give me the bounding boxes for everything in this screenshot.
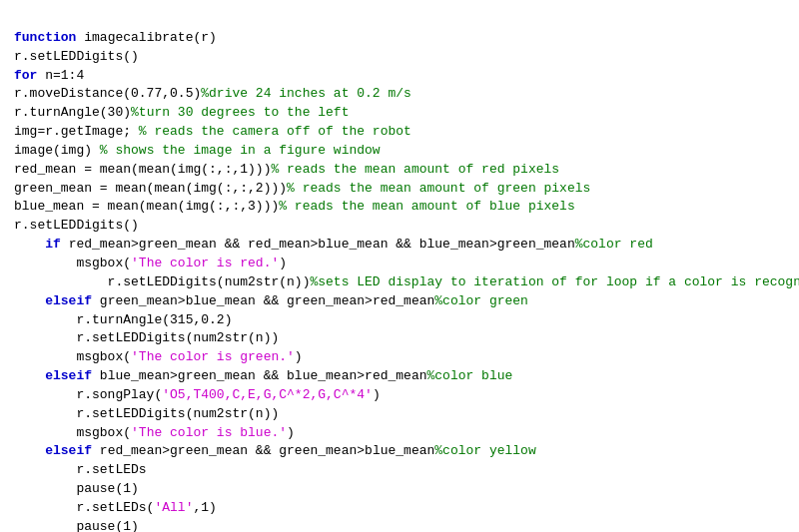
keyword-function: function: [14, 30, 76, 45]
keyword-for: for: [14, 68, 37, 83]
code-editor: function imagecalibrate(r) r.setLEDDigit…: [14, 10, 785, 532]
